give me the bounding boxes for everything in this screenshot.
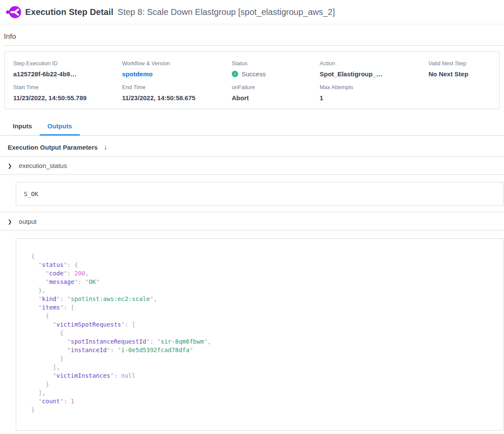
page-subtitle: Step 8: Scale Down Elastgroup [spot_elas… <box>118 7 335 17</box>
info-field-max-attempts: Max Attempts 1 <box>320 84 428 101</box>
info-field-step-execution-id: Step Execution ID a125728f-6b22-4b9… <box>13 60 122 78</box>
field-label: Valid Next Step <box>428 60 491 67</box>
chevron-right-icon: ❯ <box>8 219 12 225</box>
field-label: onFailure <box>232 84 320 90</box>
info-field-action: Action Spot_Elastigroup_… <box>320 60 428 78</box>
execution-output-parameters-title: Execution Output Parameters <box>8 144 98 151</box>
field-value: Spot_Elastigroup_… <box>320 70 428 78</box>
status-badge: ✓ Success <box>232 70 320 78</box>
field-label: Step Execution ID <box>13 60 122 67</box>
field-label: Start Time <box>13 84 122 90</box>
output-json-box: { "status": { "code": 200, "message": "O… <box>16 238 504 431</box>
info-field-workflow-version: Workflow & Version spotdemo <box>122 60 232 78</box>
field-label: End Time <box>122 84 232 90</box>
info-field-status: Status ✓ Success <box>232 60 320 78</box>
info-field-start-time: Start Time 11/23/2022, 14:50:55.789 <box>13 84 122 101</box>
success-check-icon: ✓ <box>232 71 238 77</box>
field-value: No Next Step <box>428 70 491 78</box>
field-value: 11/23/2022, 14:50:58.675 <box>122 94 232 101</box>
tab-inputs[interactable]: Inputs <box>5 118 40 136</box>
info-card: Step Execution ID a125728f-6b22-4b9… Wor… <box>4 52 500 109</box>
info-field-onfailure: onFailure Abort <box>232 84 320 101</box>
spot-logo-icon <box>6 6 21 19</box>
param-name: execution_status <box>19 162 67 169</box>
workflow-link[interactable]: spotdemo <box>122 70 232 78</box>
info-divider <box>3 45 504 46</box>
execution-status-value-box: S_OK <box>16 182 504 205</box>
info-section-title: Info <box>4 32 504 41</box>
download-icon[interactable]: ↓ <box>104 144 108 151</box>
execution-output-parameters-header: Execution Output Parameters ↓ <box>0 136 504 156</box>
info-field-empty <box>428 84 491 101</box>
field-label: Workflow & Version <box>122 60 232 67</box>
execution-status-value: S_OK <box>24 191 38 197</box>
chevron-right-icon: ❯ <box>8 163 12 169</box>
field-value: 1 <box>320 94 428 101</box>
info-field-valid-next-step: Valid Next Step No Next Step <box>428 60 491 78</box>
field-label: Max Attempts <box>320 84 428 90</box>
tabs-bar: Inputs Outputs <box>0 118 504 136</box>
field-label: Status <box>232 60 320 67</box>
expander-execution-status[interactable]: ❯ execution_status <box>0 156 504 175</box>
output-json-viewer: { "status": { "code": 200, "message": "O… <box>31 252 499 414</box>
field-value: 11/23/2022, 14:50:55.789 <box>13 94 122 101</box>
info-field-end-time: End Time 11/23/2022, 14:50:58.675 <box>122 84 232 101</box>
expander-output[interactable]: ❯ output <box>0 212 504 231</box>
status-text: Success <box>242 70 266 78</box>
tab-outputs[interactable]: Outputs <box>40 118 80 136</box>
page-header: Execution Step Detail Step 8: Scale Down… <box>0 0 504 24</box>
field-label: Action <box>320 60 428 67</box>
param-name: output <box>19 218 37 225</box>
field-value: a125728f-6b22-4b9… <box>13 70 122 78</box>
field-value: Abort <box>232 94 320 101</box>
page-title: Execution Step Detail <box>25 7 114 17</box>
